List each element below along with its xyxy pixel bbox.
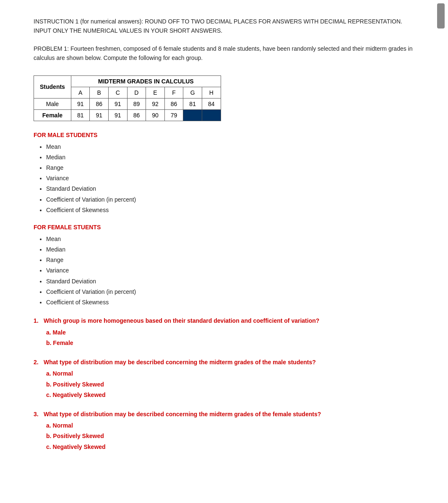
col-header-e: E: [146, 87, 165, 98]
question-2-option-b: b. Positively Skewed: [46, 379, 414, 390]
question-2: 2. What type of distribution may be desc…: [34, 358, 414, 400]
female-h: [202, 109, 221, 121]
question-3-options: a. Normal b. Positively Skewed c. Negati…: [34, 420, 414, 452]
question-2-number: 2.: [34, 358, 41, 367]
problem-text: PROBLEM 1: Fourteen freshmen, composed o…: [34, 45, 413, 61]
female-label: Female: [34, 109, 71, 121]
col-header-g: G: [183, 87, 202, 98]
female-item-0: Mean: [46, 234, 414, 244]
table-section: Students MIDTERM GRADES IN CALCULUS A B …: [34, 75, 414, 121]
male-b: 86: [90, 98, 109, 109]
male-item-4: Standard Deviation: [46, 184, 414, 194]
male-c: 91: [109, 98, 128, 109]
question-2-body: What type of distribution may be describ…: [44, 358, 316, 367]
female-c: 91: [109, 109, 128, 121]
question-3-option-c: c. Negatively Skewed: [46, 442, 414, 452]
scrollbar[interactable]: [437, 3, 445, 29]
students-header: Students: [34, 75, 71, 98]
male-item-2: Range: [46, 163, 414, 173]
question-1-option-b: b. Female: [46, 338, 414, 348]
question-3-body: What type of distribution may be describ…: [44, 410, 321, 419]
female-item-4: Standard Deviation: [46, 276, 414, 287]
questions-section: 1. Which group is more homogeneous based…: [34, 316, 414, 452]
col-header-a: A: [71, 87, 90, 98]
female-item-5: Coefficient of Variation (in percent): [46, 287, 414, 297]
question-2-text: 2. What type of distribution may be desc…: [34, 358, 414, 367]
male-item-0: Mean: [46, 142, 414, 152]
problem-block: PROBLEM 1: Fourteen freshmen, composed o…: [34, 44, 414, 63]
question-1-number: 1.: [34, 316, 41, 325]
col-header-d: D: [127, 87, 146, 98]
instruction-text: INSTRUCTION 1 (for numerical answers): R…: [34, 18, 402, 34]
female-bullet-list: Mean Median Range Variance Standard Devi…: [34, 234, 414, 308]
male-item-5: Coefficient of Variation (in percent): [46, 194, 414, 205]
male-a: 91: [71, 98, 90, 109]
question-2-option-c: c. Negatively Skewed: [46, 390, 414, 400]
male-f: 86: [164, 98, 183, 109]
male-item-1: Median: [46, 152, 414, 163]
male-bullet-list: Mean Median Range Variance Standard Devi…: [34, 142, 414, 215]
female-d: 86: [127, 109, 146, 121]
female-row: Female 81 91 91 86 90 79: [34, 109, 221, 121]
male-h: 84: [202, 98, 221, 109]
question-3: 3. What type of distribution may be desc…: [34, 410, 414, 452]
table-title: MIDTERM GRADES IN CALCULUS: [71, 75, 221, 87]
female-g: [183, 109, 202, 121]
col-header-h: H: [202, 87, 221, 98]
male-e: 92: [146, 98, 165, 109]
male-section-header: FOR MALE STUDENTS: [34, 132, 414, 138]
female-b: 91: [90, 109, 109, 121]
female-item-6: Coefficient of Skewness: [46, 297, 414, 308]
question-3-number: 3.: [34, 410, 41, 419]
question-1: 1. Which group is more homogeneous based…: [34, 316, 414, 348]
female-section-header: FOR FEMALE STUENTS: [34, 224, 414, 231]
female-e: 90: [146, 109, 165, 121]
instruction-block: INSTRUCTION 1 (for numerical answers): R…: [34, 17, 414, 36]
question-1-body: Which group is more homogeneous based on…: [44, 316, 319, 325]
male-row: Male 91 86 91 89 92 86 81 84: [34, 98, 221, 109]
col-header-f: F: [164, 87, 183, 98]
male-d: 89: [127, 98, 146, 109]
male-item-6: Coefficient of Skewness: [46, 205, 414, 215]
female-item-2: Range: [46, 255, 414, 265]
col-header-c: C: [109, 87, 128, 98]
question-3-text: 3. What type of distribution may be desc…: [34, 410, 414, 419]
page-container: INSTRUCTION 1 (for numerical answers): R…: [0, 0, 448, 503]
question-3-option-b: b. Positively Skewed: [46, 431, 414, 441]
question-1-options: a. Male b. Female: [34, 327, 414, 348]
male-item-3: Variance: [46, 173, 414, 184]
question-2-options: a. Normal b. Positively Skewed c. Negati…: [34, 368, 414, 400]
female-a: 81: [71, 109, 90, 121]
female-item-1: Median: [46, 244, 414, 255]
male-label: Male: [34, 98, 71, 109]
question-1-text: 1. Which group is more homogeneous based…: [34, 316, 414, 325]
col-header-b: B: [90, 87, 109, 98]
female-item-3: Variance: [46, 265, 414, 276]
question-1-option-a: a. Male: [46, 327, 414, 338]
grades-table: Students MIDTERM GRADES IN CALCULUS A B …: [34, 75, 221, 121]
question-2-option-a: a. Normal: [46, 368, 414, 379]
question-3-option-a: a. Normal: [46, 420, 414, 431]
male-g: 81: [183, 98, 202, 109]
female-f: 79: [164, 109, 183, 121]
